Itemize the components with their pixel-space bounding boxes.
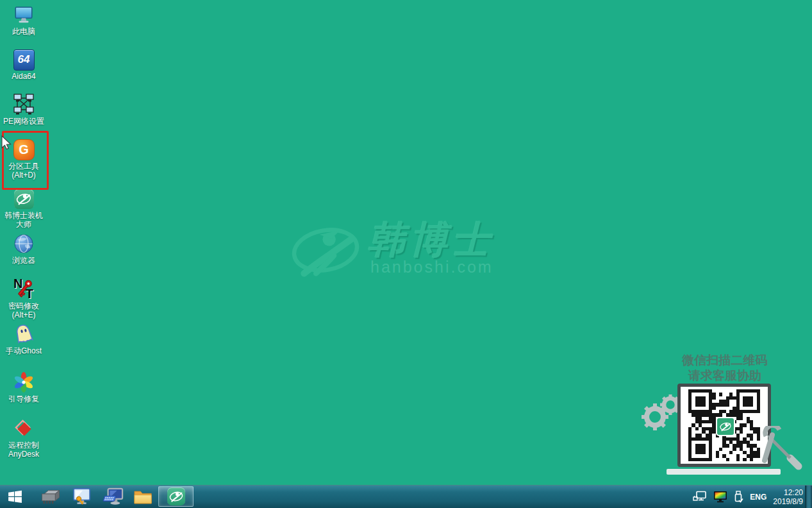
icon-label: 浏览器	[3, 256, 45, 265]
clock[interactable]: 12:20 2019/8/9	[773, 488, 803, 506]
hanboshi-badge	[14, 189, 34, 209]
desktop: 此电脑 64 Aida64	[0, 0, 812, 508]
monitor-key-icon	[72, 487, 92, 506]
qr-center-logo	[716, 417, 735, 436]
taskbar-display-tool-button[interactable]	[68, 486, 96, 508]
icon-label: 远程控制	[3, 441, 45, 450]
aida64-badge: 64	[13, 49, 35, 71]
support-line-2: 请求客服协助	[660, 368, 790, 384]
taskbar-chip-tool-button[interactable]	[37, 486, 64, 508]
system-tray: ENG 12:20 2019/8/9	[693, 486, 803, 508]
desktop-icon-pe-network[interactable]: PE网络设置	[3, 94, 45, 126]
this-pc-icon	[13, 4, 35, 26]
icon-label-2: (Alt+E)	[3, 310, 45, 319]
taskbar-file-explorer-button[interactable]	[129, 486, 156, 508]
icon-label: 手动Ghost	[3, 346, 45, 355]
start-button[interactable]	[0, 486, 29, 508]
desktop-icon-hanboshi-master[interactable]: 韩博士装机 大师	[3, 188, 45, 229]
desktop-icon-manual-ghost[interactable]: 手动Ghost	[3, 323, 45, 355]
icon-label: Aida64	[3, 72, 45, 81]
pinwheel-icon	[13, 371, 35, 393]
qr-monitor-frame	[677, 384, 771, 467]
letter-t: T	[26, 287, 33, 301]
desktop-icon-password-reset[interactable]: N T 密码修改 (Alt+E)	[3, 278, 45, 319]
network-diagram-icon	[13, 94, 35, 115]
hanboshi-orbit-logo	[290, 221, 361, 280]
show-desktop-button[interactable]	[805, 486, 812, 508]
desktop-icon-browser[interactable]: 浏览器	[3, 233, 45, 265]
mouse-cursor	[1, 135, 12, 151]
desktop-icon-boot-repair[interactable]: 引导修复	[3, 371, 45, 403]
hanboshi-logo-icon	[167, 487, 185, 505]
clock-date: 2019/8/9	[773, 497, 803, 506]
folder-icon	[133, 489, 153, 505]
display-color-icon[interactable]	[713, 491, 727, 503]
desktop-icon-anydesk[interactable]: 远程控制 AnyDesk	[3, 418, 45, 459]
icon-label: 密码修改	[3, 301, 45, 310]
network-icon[interactable]	[693, 491, 707, 503]
ghost-icon	[13, 323, 35, 345]
desktop-icon-this-pc[interactable]: 此电脑	[3, 4, 45, 36]
taskbar: ENG 12:20 2019/8/9	[0, 485, 812, 508]
usb-icon[interactable]	[734, 491, 743, 503]
hanboshi-logo-icon	[13, 188, 35, 210]
icon-label-2: AnyDesk	[3, 450, 45, 459]
globe-icon	[13, 233, 35, 255]
chip-icon	[40, 488, 61, 505]
icon-label: 引导修复	[3, 394, 45, 403]
keyboard-monitor-icon	[103, 487, 124, 506]
icon-label: 韩博士装机	[3, 211, 45, 220]
watermark-brand: 韩博士	[368, 221, 495, 259]
windows-logo-icon	[7, 489, 23, 505]
support-line-1: 微信扫描二维码	[660, 353, 790, 368]
support-text: 微信扫描二维码 请求客服协助	[660, 353, 790, 384]
aida64-icon: 64	[13, 49, 35, 71]
watermark-domain: hanboshi.com	[370, 258, 495, 276]
taskbar-input-tool-button[interactable]	[99, 486, 127, 508]
icon-label: 此电脑	[3, 27, 45, 36]
watermark: 韩博士 hanboshi.com	[290, 221, 495, 280]
nt-key-icon: N T	[13, 278, 35, 300]
desktop-icon-aida64[interactable]: 64 Aida64	[3, 49, 45, 81]
icon-label: PE网络设置	[3, 117, 45, 126]
icon-label-2: 大师	[3, 220, 45, 229]
language-indicator[interactable]: ENG	[750, 493, 766, 502]
clock-time: 12:20	[773, 488, 803, 497]
wrench-screwdriver-icon	[758, 426, 804, 472]
taskbar-hanboshi-app-button[interactable]	[158, 486, 194, 507]
anydesk-diamond-icon	[13, 418, 35, 439]
gears-icon	[638, 389, 683, 435]
